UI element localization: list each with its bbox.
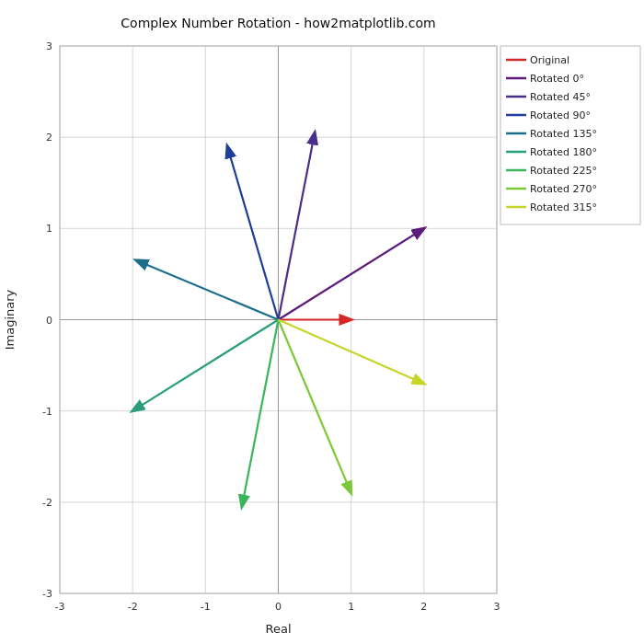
chart-container: -3-2-10123-3-2-10123RealImaginaryComplex…	[0, 0, 644, 644]
svg-text:-3: -3	[42, 588, 52, 600]
svg-text:2: 2	[420, 601, 427, 613]
chart-svg: -3-2-10123-3-2-10123RealImaginaryComplex…	[0, 0, 644, 644]
svg-text:Rotated 180°: Rotated 180°	[530, 146, 597, 158]
svg-text:-2: -2	[128, 601, 138, 613]
svg-text:Rotated 270°: Rotated 270°	[530, 183, 597, 195]
svg-text:Imaginary: Imaginary	[3, 289, 17, 350]
svg-text:1: 1	[348, 601, 354, 613]
svg-text:-3: -3	[55, 601, 65, 613]
svg-text:Complex Number Rotation - how2: Complex Number Rotation - how2matplotlib…	[121, 16, 435, 30]
svg-text:3: 3	[46, 40, 52, 52]
svg-text:Rotated 90°: Rotated 90°	[530, 109, 591, 121]
svg-text:-1: -1	[42, 406, 52, 418]
svg-text:Original: Original	[530, 54, 569, 66]
svg-text:Rotated 315°: Rotated 315°	[530, 201, 597, 213]
svg-text:Rotated 135°: Rotated 135°	[530, 128, 597, 140]
svg-text:-2: -2	[42, 497, 52, 509]
svg-text:Rotated 45°: Rotated 45°	[530, 91, 591, 103]
svg-text:-1: -1	[201, 601, 211, 613]
svg-text:Real: Real	[265, 622, 291, 636]
svg-text:1: 1	[46, 223, 52, 235]
svg-text:0: 0	[275, 601, 282, 613]
svg-text:2: 2	[46, 132, 52, 144]
svg-text:Rotated 225°: Rotated 225°	[530, 165, 597, 177]
svg-text:Rotated 0°: Rotated 0°	[530, 73, 584, 85]
svg-text:0: 0	[46, 315, 52, 327]
svg-text:3: 3	[494, 601, 500, 613]
